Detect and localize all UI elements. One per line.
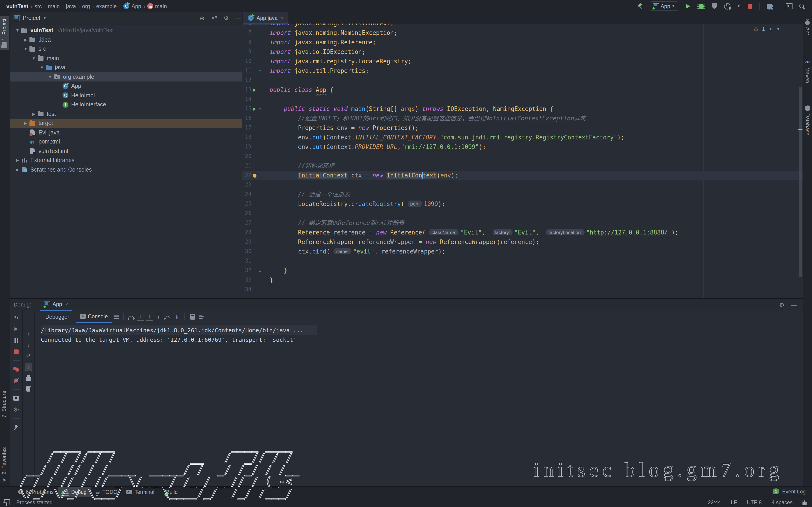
code-line-8[interactable]: 8import javax.naming.Reference;	[242, 38, 803, 47]
tree-item-org-example[interactable]: ▼org.example	[10, 72, 242, 81]
run-to-cursor-icon[interactable]: ⇂	[173, 313, 180, 320]
tree-chevron-icon[interactable]: ▼	[14, 28, 21, 33]
code-line-33[interactable]: 33}	[242, 275, 803, 285]
scroll-to-end-icon[interactable]: ↓	[25, 363, 32, 371]
tree-item-scratches-and-consoles[interactable]: ▶Scratches and Consoles	[10, 165, 242, 174]
tree-item-app[interactable]: CApp	[10, 81, 242, 91]
code-line-34[interactable]: 34	[242, 285, 803, 294]
code-line-10[interactable]: 10import java.rmi.registry.LocateRegistr…	[242, 57, 803, 66]
tree-item--idea[interactable]: ▶.idea	[10, 35, 242, 44]
toolwindow-button-build[interactable]: Build	[159, 487, 182, 497]
tree-item-evil-java[interactable]: Evil.java	[10, 128, 242, 137]
build-hammer-icon[interactable]	[637, 2, 644, 10]
tree-item-target[interactable]: ▶target	[10, 119, 242, 128]
debug-session-tab[interactable]: App ×	[40, 298, 72, 311]
toolwindow-button-terminal[interactable]: >_Terminal	[122, 487, 159, 497]
hide-panel-icon[interactable]: —	[235, 15, 241, 21]
settings-filter-icon[interactable]	[198, 313, 205, 320]
drop-frame-icon[interactable]	[164, 313, 171, 320]
collapse-all-icon[interactable]: ▲▼	[211, 15, 217, 21]
print-icon[interactable]	[25, 375, 32, 382]
code-line-31[interactable]: 31	[242, 256, 803, 266]
code-line-9[interactable]: 9import java.io.IOException;	[242, 47, 803, 57]
project-panel-title[interactable]: Project	[23, 15, 40, 21]
breadcrumb-item-example[interactable]: example	[96, 3, 117, 9]
stop-button[interactable]	[746, 2, 754, 10]
tree-item-test[interactable]: ▶test	[10, 109, 242, 119]
status-encoding[interactable]: UTF-8	[747, 500, 762, 505]
code-line-12[interactable]: 12	[242, 75, 803, 85]
view-breakpoints-icon[interactable]	[12, 366, 20, 373]
code-line-27[interactable]: 27 // 绑定恶意的Reference到rmi注册表	[242, 218, 803, 228]
toolwindow-button-todo[interactable]: TODO	[91, 487, 122, 497]
code-line-6[interactable]: 6import javax.naming.InitialContext;	[242, 23, 803, 28]
console-output[interactable]: /Library/Java/JavaVirtualMachines/jdk1.8…	[35, 323, 809, 489]
close-session-icon[interactable]: ×	[65, 301, 68, 307]
hide-debug-panel-icon[interactable]: —	[791, 301, 797, 308]
status-line-ending[interactable]: LF	[731, 500, 737, 505]
stop-icon[interactable]	[12, 348, 20, 355]
code-line-18[interactable]: 18 env.put(Context.INITIAL_CONTEXT_FACTO…	[242, 133, 803, 142]
console-line[interactable]: Connected to the target VM, address: '12…	[41, 336, 297, 343]
coverage-button[interactable]	[711, 2, 718, 10]
thread-dump-camera-icon[interactable]	[12, 395, 20, 402]
search-everywhere-icon[interactable]	[798, 2, 806, 10]
intention-bulb-icon[interactable]	[251, 174, 257, 177]
evaluate-expression-icon[interactable]	[189, 313, 196, 320]
code-line-20[interactable]: 20	[242, 152, 803, 161]
tree-chevron-icon[interactable]: ▼	[38, 65, 46, 70]
code-line-25[interactable]: 25 LocateRegistry.createRegistry( port:1…	[242, 199, 803, 209]
tree-item-main[interactable]: ▼main	[10, 54, 242, 63]
tree-item-vulntest[interactable]: ▼vulnTest~/d4m1ts/java/vulnTest	[10, 26, 242, 35]
run-anything-icon[interactable]	[785, 2, 793, 10]
tab-console[interactable]: > Console	[75, 310, 112, 323]
close-tab-icon[interactable]: ×	[281, 15, 284, 20]
run-button[interactable]	[684, 2, 692, 10]
breadcrumb-item-java[interactable]: java	[66, 3, 76, 9]
tree-chevron-icon[interactable]: ▶	[14, 168, 21, 172]
sidebar-tab-ant[interactable]: Ant	[803, 18, 812, 38]
down-stack-icon[interactable]: ↓	[25, 341, 32, 349]
pin-tab-icon[interactable]	[12, 424, 20, 431]
chevron-down-icon[interactable]: ▼	[43, 16, 47, 20]
console-line[interactable]: /Library/Java/JavaVirtualMachines/jdk1.8…	[41, 326, 317, 335]
code-line-32[interactable]: 32⌂ }	[242, 266, 803, 275]
code-line-16[interactable]: 16 //配置JNDI工厂和JNDI的url和端口。如果没有配置这些信息，会出现…	[242, 114, 803, 123]
debug-gear-icon[interactable]: ⚙▾	[12, 406, 20, 413]
breadcrumb-item-org[interactable]: org	[82, 3, 90, 9]
sidebar-tab-project[interactable]: 1: Project	[0, 16, 9, 50]
tree-item-java[interactable]: ▼java	[10, 63, 242, 72]
pause-icon[interactable]	[12, 337, 20, 344]
code-line-11[interactable]: 11⌂import java.util.Properties;	[242, 66, 803, 75]
sidebar-tab-database[interactable]: Database	[803, 103, 812, 138]
profiler-button[interactable]	[724, 2, 731, 10]
breadcrumb-item-vulntest[interactable]: vulnTest	[6, 3, 28, 9]
gear-icon[interactable]: ⚙	[223, 15, 229, 21]
error-stripe-mark[interactable]	[798, 129, 803, 130]
fold-marker-icon[interactable]: ⌂	[257, 266, 263, 275]
tree-item-src[interactable]: ▼src	[10, 44, 242, 54]
run-configuration-select[interactable]: App ▼	[650, 1, 678, 11]
code-line-13[interactable]: 13public class App {	[242, 85, 803, 95]
code-line-28[interactable]: 28 Reference reference = new Reference( …	[242, 228, 803, 237]
mute-breakpoints-icon[interactable]	[12, 377, 20, 384]
breadcrumb-item-main[interactable]: mmain	[148, 3, 167, 9]
clear-console-icon[interactable]	[25, 386, 32, 393]
fold-marker-icon[interactable]: ⌂	[257, 104, 263, 114]
fold-marker-icon[interactable]: ⌂	[257, 66, 263, 75]
force-step-into-icon[interactable]: ↓	[146, 313, 153, 321]
toolwindow-button-5-debug[interactable]: 5: Debug	[58, 487, 91, 497]
resume-icon[interactable]	[12, 326, 20, 333]
code-line-14[interactable]: 14	[242, 95, 803, 104]
layout-options-icon[interactable]	[114, 315, 119, 319]
step-into-icon[interactable]: ↓	[137, 313, 144, 321]
breadcrumb-item-main[interactable]: main	[48, 3, 60, 9]
code-line-23[interactable]: 23	[242, 180, 803, 190]
tree-chevron-icon[interactable]: ▶	[30, 112, 38, 116]
tree-chevron-icon[interactable]: ▼	[22, 47, 30, 51]
sidebar-tab-structure[interactable]: 7: Structure	[0, 388, 8, 420]
code-line-21[interactable]: 21 //初始化环境	[242, 161, 803, 171]
step-out-icon[interactable]: ↑	[155, 313, 162, 321]
breadcrumb-item-app[interactable]: CApp	[123, 3, 141, 9]
soft-wrap-icon[interactable]: ↵	[25, 352, 32, 359]
